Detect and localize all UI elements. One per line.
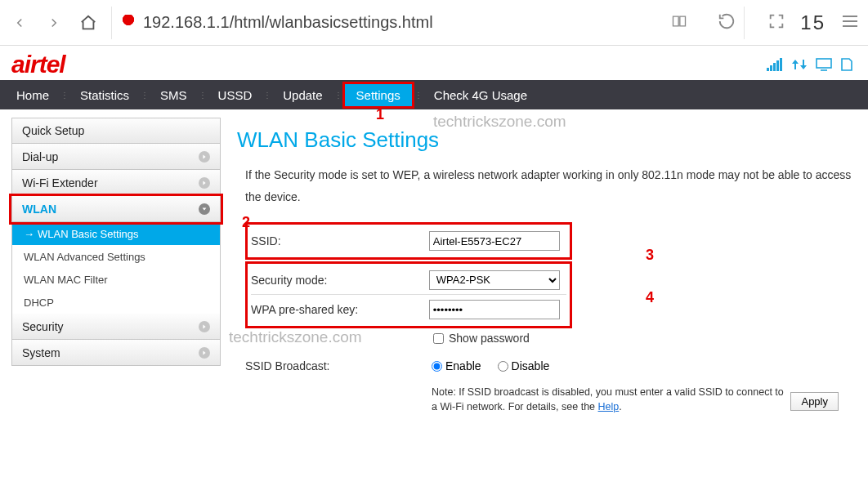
enable-radio[interactable] — [432, 361, 442, 372]
chevron-right-icon — [199, 177, 210, 189]
main-panel: techtrickszone.com techtrickszone.com WL… — [237, 118, 857, 414]
airtel-logo: airtel — [11, 51, 65, 78]
nav-settings[interactable]: Settings — [342, 82, 414, 109]
pc-icon — [816, 58, 832, 71]
sidebar-security[interactable]: Security — [11, 314, 221, 340]
help-link[interactable]: Help — [598, 401, 620, 412]
menu-icon[interactable] — [840, 11, 860, 34]
svg-marker-10 — [203, 154, 205, 158]
ssid-label: SSID: — [251, 234, 429, 247]
broadcast-disable[interactable]: Disable — [498, 359, 550, 372]
svg-rect-5 — [773, 63, 776, 71]
status-icons — [767, 58, 857, 71]
home-icon[interactable] — [77, 11, 100, 34]
sidebar-item-label: Security — [22, 320, 64, 333]
sidebar-system[interactable]: System — [11, 340, 221, 366]
signal-icon — [767, 58, 783, 71]
broadcast-enable[interactable]: Enable — [432, 359, 481, 372]
svg-marker-12 — [203, 207, 207, 210]
sidebar-item-label: WLAN Basic Settings — [38, 228, 139, 240]
nav-statistics[interactable]: Statistics — [69, 82, 141, 109]
wpa-key-input[interactable] — [429, 300, 560, 319]
updown-icon — [791, 58, 808, 71]
url-text: 192.168.1.1/html/wlanbasicsettings.html — [143, 13, 433, 32]
reload-icon[interactable] — [718, 12, 736, 33]
page-title: WLAN Basic Settings — [237, 127, 857, 153]
svg-marker-14 — [203, 350, 205, 354]
back-icon[interactable] — [8, 11, 31, 34]
security-group: Security mode: WPA2-PSK WPA pre-shared k… — [245, 261, 572, 328]
sim-icon — [840, 58, 857, 71]
sidebar-item-label: System — [22, 346, 60, 359]
fullscreen-icon[interactable] — [767, 12, 785, 33]
nav-sms[interactable]: SMS — [149, 82, 199, 109]
favicon-icon — [120, 15, 136, 31]
broadcast-note: Note: If SSID broadcast is disabled, you… — [432, 386, 791, 414]
show-password-checkbox[interactable] — [433, 333, 444, 344]
svg-rect-8 — [817, 59, 831, 68]
nav-ussd[interactable]: USSD — [207, 82, 264, 109]
sidebar-wlan[interactable]: WLAN — [11, 196, 221, 222]
page-header: airtel — [0, 46, 868, 80]
svg-rect-4 — [770, 65, 772, 71]
wpa-key-label: WPA pre-shared key: — [251, 303, 429, 316]
security-note: If the Security mode is set to WEP, a wi… — [237, 164, 857, 207]
disable-radio[interactable] — [498, 361, 508, 372]
nav-home[interactable]: Home — [5, 82, 60, 109]
sidebar: Quick Setup Dial-up Wi-Fi Extender WLAN … — [11, 118, 221, 414]
tab-count[interactable]: 15 — [800, 11, 825, 34]
sidebar-item-label: WLAN — [22, 203, 56, 216]
chevron-right-icon — [199, 321, 210, 332]
enable-label: Enable — [445, 359, 481, 372]
security-mode-label: Security mode: — [251, 274, 429, 287]
ssid-group: SSID: — [245, 222, 572, 260]
svg-rect-7 — [780, 58, 782, 71]
disable-label: Disable — [512, 359, 550, 372]
sidebar-wlan-dhcp[interactable]: DHCP — [12, 291, 220, 314]
sidebar-wlan-basic[interactable]: →WLAN Basic Settings — [12, 222, 220, 245]
sidebar-wlan-mac[interactable]: WLAN MAC Filter — [12, 268, 220, 291]
ssid-input[interactable] — [429, 231, 560, 251]
security-mode-select[interactable]: WPA2-PSK — [429, 270, 560, 290]
svg-marker-13 — [203, 324, 205, 328]
nav-update[interactable]: Update — [271, 82, 333, 109]
browser-toolbar: 192.168.1.1/html/wlanbasicsettings.html … — [0, 0, 868, 46]
apply-button[interactable]: Apply — [790, 392, 839, 411]
sidebar-quick-setup[interactable]: Quick Setup — [11, 118, 221, 144]
svg-marker-11 — [203, 181, 205, 185]
forward-icon[interactable] — [43, 11, 65, 34]
url-bar[interactable]: 192.168.1.1/html/wlanbasicsettings.html — [111, 7, 745, 39]
svg-rect-3 — [767, 68, 769, 71]
sidebar-item-label: Wi-Fi Extender — [22, 176, 98, 189]
sidebar-wlan-advanced[interactable]: WLAN Advanced Settings — [12, 245, 220, 268]
main-nav: Home⋮ Statistics⋮ SMS⋮ USSD⋮ Update⋮ Set… — [0, 80, 868, 109]
book-icon[interactable] — [670, 13, 688, 33]
chevron-down-icon — [199, 203, 210, 215]
svg-rect-6 — [776, 60, 779, 71]
chevron-right-icon — [199, 347, 210, 359]
show-password-label: Show password — [449, 332, 530, 345]
sidebar-item-label: Dial-up — [22, 150, 58, 163]
sidebar-dial-up[interactable]: Dial-up — [11, 144, 221, 170]
ssid-broadcast-label: SSID Broadcast: — [245, 359, 432, 372]
nav-check4g[interactable]: Check 4G Usage — [423, 82, 539, 109]
chevron-right-icon — [199, 151, 210, 163]
sidebar-wifi-extender[interactable]: Wi-Fi Extender — [11, 170, 221, 196]
arrow-icon: → — [24, 228, 34, 240]
sidebar-item-label: Quick Setup — [22, 124, 84, 137]
sidebar-wlan-sublist: →WLAN Basic Settings WLAN Advanced Setti… — [11, 222, 221, 314]
